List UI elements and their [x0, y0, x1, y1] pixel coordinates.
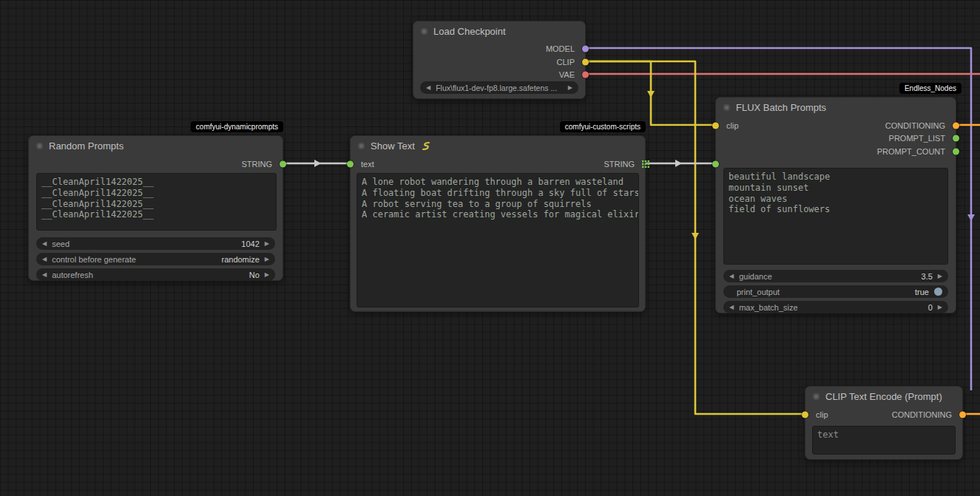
node-title: Random Prompts [49, 140, 124, 152]
link-arrow-string-2 [675, 160, 682, 167]
seed-value: 1042 [241, 239, 259, 248]
model-output-port[interactable] [582, 46, 589, 52]
badge-custom-scripts: comfyui-custom-scripts [560, 121, 646, 132]
vae-output-port[interactable] [582, 72, 589, 78]
node-load-checkpoint[interactable]: Load Checkpoint MODEL CLIP VAE ◀ Flux\fl… [413, 21, 586, 99]
seed-widget[interactable]: ◀ seed 1042 ▶ [36, 237, 275, 250]
clip-output-port[interactable] [582, 59, 589, 66]
output-slot-clip: CLIP [557, 57, 585, 67]
slot-label: STRING [604, 160, 635, 169]
autorefresh-value: No [249, 271, 260, 279]
print-output-toggle[interactable] [934, 288, 942, 296]
node-flux-batch-prompts[interactable]: FLUX Batch Prompts clip CONDITIONING PRO… [715, 97, 956, 313]
slot-label: CLIP [557, 58, 575, 67]
guidance-widget[interactable]: ◀ guidance 3.5 ▶ [723, 270, 948, 282]
slot-label: MODEL [546, 44, 575, 53]
input-slot-clip: clip [716, 120, 739, 131]
clip-input-port[interactable] [802, 412, 808, 418]
node-title: CLIP Text Encode (Prompt) [825, 391, 942, 402]
print-output-label: print_output [729, 288, 910, 296]
guidance-value: 3.5 [922, 272, 933, 281]
max-batch-left-arrow-icon[interactable]: ◀ [729, 305, 734, 310]
random-prompts-textarea[interactable]: __CleanApril1422025__ __CleanApril142202… [36, 173, 277, 231]
conditioning-output-port[interactable] [959, 412, 966, 418]
conditioning-output-port[interactable] [953, 123, 959, 129]
text-input-port[interactable] [347, 161, 354, 168]
guidance-label: guidance [739, 272, 916, 281]
badge-dynamicprompts: comfyui-dynamicprompts [191, 121, 283, 132]
slot-label: clip [816, 410, 828, 419]
node-title: Load Checkpoint [433, 26, 506, 37]
print-output-widget[interactable]: print_output true [723, 285, 948, 298]
node-title-bar[interactable]: Random Prompts [29, 136, 283, 155]
control-label: control before generate [52, 255, 216, 264]
link-arrow-clip-1 [647, 91, 655, 98]
slot-label: CONDITIONING [885, 121, 945, 130]
output-slot-conditioning: CONDITIONING [892, 410, 962, 420]
output-slot-model: MODEL [546, 44, 585, 54]
max-batch-value: 0 [928, 303, 933, 312]
output-slot-prompt-list: PROMPT_LIST [889, 133, 956, 143]
max-batch-right-arrow-icon[interactable]: ▶ [938, 305, 942, 310]
output-slot-string: STRING [241, 159, 283, 169]
control-before-generate-widget[interactable]: ◀ control before generate randomize ▶ [36, 253, 275, 265]
seed-right-arrow-icon[interactable]: ▶ [265, 241, 269, 247]
input-slot-clip: clip [805, 410, 828, 420]
slot-label: text [361, 160, 374, 169]
node-title-bar[interactable]: Load Checkpoint [413, 21, 585, 41]
snake-icon [421, 141, 431, 151]
slot-label: STRING [241, 160, 272, 169]
combo-left-arrow-icon[interactable]: ◀ [426, 85, 430, 91]
autorefresh-right-arrow-icon[interactable]: ▶ [265, 272, 269, 278]
string-list-grid-port[interactable] [642, 160, 649, 168]
slot-label: PROMPT_COUNT [877, 147, 945, 156]
show-text-output-area[interactable]: A lone robot wandering through a barren … [356, 173, 639, 308]
collapse-dot-icon[interactable] [358, 143, 365, 149]
autorefresh-widget[interactable]: ◀ autorefresh No ▶ [36, 268, 275, 281]
node-title: FLUX Batch Prompts [736, 102, 826, 113]
link-clip-to-flux [579, 61, 714, 125]
ckpt-name-combo[interactable]: ◀ Flux\flux1-dev-fp8.large.safetens ... … [420, 81, 578, 94]
slot-label: PROMPT_LIST [889, 134, 945, 143]
node-title-bar[interactable]: FLUX Batch Prompts [716, 98, 956, 117]
print-output-value: true [915, 288, 929, 296]
input-slot-text: text [351, 159, 374, 169]
max-batch-size-widget[interactable]: ◀ max_batch_size 0 ▶ [723, 301, 948, 313]
node-show-text[interactable]: Show Text text STRING A lone robot wande… [350, 135, 646, 312]
clip-text-textarea[interactable]: text [812, 426, 956, 455]
node-title-bar[interactable]: CLIP Text Encode (Prompt) [805, 387, 962, 406]
control-left-arrow-icon[interactable]: ◀ [42, 257, 47, 262]
slot-label: VAE [559, 70, 575, 79]
slot-label: clip [726, 121, 739, 130]
link-arrow-clip-2 [692, 233, 699, 239]
ckpt-name-value: Flux\flux1-dev-fp8.large.safetens ... [436, 84, 563, 92]
guidance-left-arrow-icon[interactable]: ◀ [729, 274, 734, 279]
output-slot-prompt-count: PROMPT_COUNT [877, 146, 956, 157]
seed-left-arrow-icon[interactable]: ◀ [42, 241, 47, 247]
node-clip-text-encode[interactable]: CLIP Text Encode (Prompt) clip CONDITION… [805, 386, 963, 460]
collapse-dot-icon[interactable] [723, 104, 730, 111]
output-slot-conditioning: CONDITIONING [885, 120, 956, 131]
node-title: Show Text [371, 140, 415, 152]
prompts-text-input-port[interactable] [712, 161, 719, 168]
slot-label: CONDITIONING [892, 410, 952, 419]
link-arrow-string-1 [314, 160, 321, 167]
collapse-dot-icon[interactable] [421, 28, 428, 35]
graph-canvas[interactable]: comfyui-dynamicprompts comfyui-custom-sc… [0, 0, 980, 496]
output-slot-vae: VAE [559, 69, 585, 80]
badge-endless-nodes: Endless_Nodes [899, 83, 962, 94]
combo-right-arrow-icon[interactable]: ▶ [568, 85, 572, 91]
prompt-list-output-port[interactable] [953, 135, 959, 142]
prompt-count-output-port[interactable] [953, 149, 959, 155]
collapse-dot-icon[interactable] [813, 393, 820, 400]
seed-label: seed [52, 239, 236, 248]
node-random-prompts[interactable]: Random Prompts STRING __CleanApril142202… [28, 135, 283, 281]
string-output-port[interactable] [280, 161, 286, 168]
autorefresh-left-arrow-icon[interactable]: ◀ [42, 272, 47, 278]
flux-prompts-textarea[interactable]: beautiful landscape mountain sunset ocea… [723, 168, 948, 265]
collapse-dot-icon[interactable] [36, 143, 43, 149]
control-right-arrow-icon[interactable]: ▶ [265, 257, 269, 262]
node-title-bar[interactable]: Show Text [351, 136, 645, 155]
guidance-right-arrow-icon[interactable]: ▶ [938, 274, 942, 279]
clip-input-port[interactable] [712, 123, 719, 129]
